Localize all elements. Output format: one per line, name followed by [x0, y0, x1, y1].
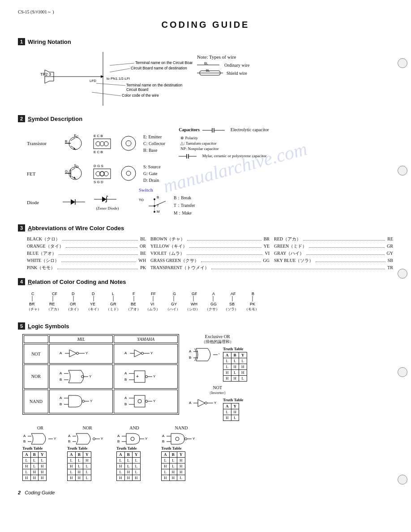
and-row-4: HHH — [117, 475, 141, 481]
svg-text:Circuit Board: Circuit Board — [126, 87, 148, 92]
section-1-header: 1 Wiring Notation — [18, 38, 393, 45]
svg-text:C: C — [76, 135, 79, 139]
fet-desc: S: Source G: Gate D: Drain — [143, 163, 161, 184]
svg-text:B: B — [65, 139, 67, 143]
svg-text:D G S: D G S — [94, 164, 103, 168]
and-tt-label: Truth Table — [116, 446, 152, 450]
or-row-2: HLH — [23, 463, 47, 469]
section-1-label: Wiring Notation — [28, 39, 71, 45]
fet-row: FET S G D D G S S G D — [27, 163, 393, 184]
or-truth-table: ABY LLL HLH LHH HHH — [22, 451, 47, 481]
svg-text:G: G — [65, 169, 68, 173]
not-label: NOT — [24, 344, 48, 364]
or-row-4: HHH — [23, 475, 47, 481]
transistor-desc: E: Emitter C: Collector B: Base — [143, 133, 165, 154]
fet-round — [119, 163, 139, 184]
svg-marker-68 — [71, 199, 75, 205]
color-item-green: GREEN（ミド）GR — [274, 243, 393, 249]
nor-gate-symbol: A B Y — [67, 432, 107, 445]
color-item-violet: VIOLET（ムラ）VI — [150, 250, 270, 257]
svg-text:B: B — [162, 439, 164, 443]
svg-text:TO: TO — [139, 198, 144, 202]
section-2-num: 2 — [18, 115, 25, 122]
diode-label: Diode — [27, 200, 58, 205]
or-row-1: LLL — [23, 458, 47, 463]
svg-marker-2 — [101, 75, 104, 78]
section-5-label: Logic Symbols — [28, 323, 69, 330]
not-row-1: LH — [223, 409, 239, 415]
and-truth-table: ABY LLL HLL LHL HHH — [116, 451, 141, 481]
switch-desc: B：Break T：Transfer M：Make — [174, 194, 195, 217]
nor-row-3: LHL — [68, 469, 91, 475]
color-item-red: RED（アカ）RE — [274, 236, 393, 242]
svg-line-10 — [96, 83, 125, 86]
svg-text:Color code of the wire: Color code of the wire — [122, 93, 159, 98]
section-4-num: 4 — [18, 278, 25, 285]
svg-text:A: A — [124, 371, 127, 375]
color-item-grassgreen: GRASS GREEN（クサ）GG — [150, 257, 270, 264]
svg-text:B: B — [252, 292, 254, 296]
nor-mil: A B Y — [49, 365, 113, 389]
svg-text:（タイ）: （タイ） — [66, 307, 81, 311]
svg-text:B: B — [23, 439, 26, 443]
svg-text:S G D: S G D — [94, 180, 103, 184]
svg-text:BL: BL — [204, 62, 208, 65]
ordinary-wire-label: Ordinary wire — [224, 63, 249, 68]
margin-circle-5 — [398, 475, 407, 485]
svg-text:GY: GY — [171, 302, 177, 306]
svg-text:（キイ）: （キイ） — [86, 307, 101, 311]
section-5-num: 5 — [18, 322, 25, 330]
svg-text:A: A — [124, 351, 127, 355]
svg-point-40 — [121, 136, 136, 150]
xor-symbol: A B Y — [188, 347, 219, 363]
svg-line-8 — [110, 69, 130, 72]
not-truth-table-area: Truth Table AY LH HL — [223, 398, 244, 421]
svg-text:（アカ）: （アカ） — [47, 307, 61, 311]
fet-label: FET — [27, 171, 58, 176]
svg-line-13 — [92, 92, 121, 96]
svg-text:LFD: LFD — [90, 79, 96, 83]
svg-point-82 — [154, 211, 155, 213]
svg-text:A: A — [60, 396, 62, 400]
table-row-nor: NOR A B Y — [24, 365, 178, 389]
or-title: OR — [22, 425, 58, 430]
symbol-desc-area: Transistor E B C E C B — [27, 127, 393, 217]
svg-point-41 — [126, 141, 131, 146]
nand-gate-symbol: A B Y — [161, 432, 201, 445]
table-header-empty — [24, 335, 48, 343]
section-3-header: 3 Abbreviations of Wire Color Codes — [18, 224, 393, 232]
or-gate-area: OR A B Y Truth Table ABY LLL HLH LHH HHH — [22, 425, 58, 481]
svg-text:A: A — [189, 349, 192, 353]
svg-point-165 — [82, 400, 85, 403]
not-subtitle: （Inverter） — [188, 390, 247, 396]
nand-mil: A B Y — [49, 390, 113, 414]
not-gate-symbol: A Y — [188, 398, 219, 408]
zener-symbol — [94, 194, 121, 205]
svg-point-149 — [81, 375, 84, 378]
zener-area: (Zener Diode) — [94, 194, 121, 210]
bjt-symbol: E B C — [63, 133, 87, 154]
svg-line-83 — [154, 201, 166, 206]
svg-text:CF: CF — [52, 292, 57, 296]
nor-tt-label: Truth Table — [67, 446, 107, 450]
color-item-transparent: TRANSPARENT（トウメイ）TR — [150, 265, 393, 271]
xor-subtitle: （排他的論理和） — [188, 339, 247, 345]
svg-text:G: G — [173, 292, 176, 296]
and-title: AND — [116, 425, 152, 430]
svg-rect-172 — [134, 395, 145, 407]
table-row-nand: NAND A B Y — [24, 390, 178, 414]
not-tt-label: Truth Table — [223, 398, 244, 402]
svg-text:（ハイ）: （ハイ） — [166, 307, 180, 311]
not-content: A Y Truth Table AY — [188, 398, 247, 421]
margin-circle-1 — [398, 58, 407, 68]
svg-text:（シロ）: （シロ） — [185, 307, 200, 311]
ordinary-wire-svg: BL — [197, 62, 222, 68]
color-codes-grid: BLACK（クロ）BL BROWN（チャ）BR RED（アカ）RE ORANGE… — [27, 236, 393, 271]
svg-text:B: B — [117, 439, 120, 443]
diode-text: Diode — [27, 200, 39, 205]
svg-text:VI: VI — [150, 302, 154, 306]
section-5: 5 Logic Symbols MIL YAMAHA NOT A — [18, 322, 393, 481]
not-truth-table: AY LH HL — [223, 403, 239, 421]
svg-marker-72 — [102, 197, 107, 202]
svg-point-173 — [138, 399, 141, 403]
